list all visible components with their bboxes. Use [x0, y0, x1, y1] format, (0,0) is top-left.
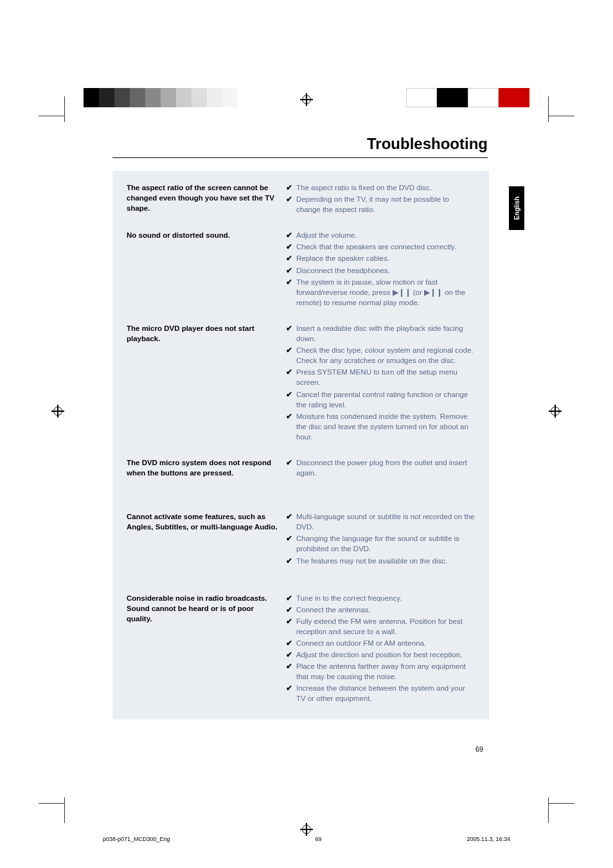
solution-text: Check the disc type, colour system and r… [296, 345, 475, 366]
color-bar-right [406, 88, 529, 107]
check-icon: ✔ [286, 650, 296, 660]
troubleshooting-row: The DVD micro system does not respond wh… [127, 457, 475, 479]
registration-mark-icon [300, 93, 313, 106]
check-icon: ✔ [286, 277, 296, 308]
solution-item: ✔Press SYSTEM MENU to turn off the setup… [286, 367, 475, 387]
solution-text: Disconnect the power plug from the outle… [296, 457, 475, 478]
solution-item: ✔Disconnect the power plug from the outl… [286, 457, 475, 478]
check-icon: ✔ [286, 367, 296, 387]
solution-text: Check that the speakers are connected co… [296, 242, 475, 252]
solution-item: ✔The system is in pause, slow motion or … [286, 277, 475, 308]
check-icon: ✔ [286, 411, 296, 442]
solution-item: ✔Tune in to the correct frequency. [286, 593, 475, 603]
solution-text: Press SYSTEM MENU to turn off the setup … [296, 367, 475, 387]
check-icon: ✔ [286, 230, 296, 240]
problem-text: No sound or distorted sound. [127, 230, 286, 309]
solutions-list: ✔The aspect ratio is fixed on the DVD di… [286, 182, 475, 216]
solution-text: Tune in to the correct frequency. [296, 593, 475, 603]
solutions-list: ✔Adjust the volume.✔Check that the speak… [286, 230, 475, 309]
solution-item: ✔Adjust the volume. [286, 230, 475, 240]
troubleshooting-row: Considerable noise in radio broadcasts. … [127, 593, 475, 705]
page-number: 69 [475, 745, 483, 753]
solution-item: ✔Changing the language for the sound or … [286, 533, 475, 554]
solution-text: Connect the antennas. [296, 605, 475, 615]
solutions-list: ✔Tune in to the correct frequency.✔Conne… [286, 593, 475, 705]
crop-mark [64, 96, 65, 122]
check-icon: ✔ [286, 661, 296, 682]
check-icon: ✔ [286, 242, 296, 252]
crop-mark [549, 803, 574, 804]
troubleshooting-row: Cannot activate some features, such as A… [127, 511, 475, 567]
footer-timestamp: 2005.11.3, 16:34 [466, 836, 510, 842]
solution-item: ✔Place the antenna farther away from any… [286, 661, 475, 682]
registration-mark-icon [51, 405, 64, 418]
solution-item: ✔Depending on the TV, it may not be poss… [286, 194, 475, 215]
problem-text: The aspect ratio of the screen cannot be… [127, 182, 286, 216]
troubleshooting-row: No sound or distorted sound.✔Adjust the … [127, 230, 475, 309]
check-icon: ✔ [286, 194, 296, 215]
check-icon: ✔ [286, 457, 296, 478]
solution-item: ✔Fully extend the FM wire antenna. Posit… [286, 616, 475, 637]
solution-item: ✔Disconnect the headphones. [286, 265, 475, 276]
crop-mark [549, 116, 574, 116]
crop-mark [39, 116, 64, 116]
solution-item: ✔Connect the antennas. [286, 605, 475, 615]
check-icon: ✔ [286, 182, 296, 193]
check-icon: ✔ [286, 616, 296, 637]
language-tab: English [509, 186, 524, 230]
solution-text: Fully extend the FM wire antenna. Positi… [296, 616, 475, 637]
check-icon: ✔ [286, 511, 296, 532]
solution-item: ✔Multi-language sound or subtitle is not… [286, 511, 475, 532]
title-rule [112, 157, 488, 158]
solution-text: Adjust the volume. [296, 230, 475, 240]
color-bar-left [84, 88, 238, 107]
solution-text: The aspect ratio is fixed on the DVD dis… [296, 182, 475, 193]
problem-text: The micro DVD player does not start play… [127, 323, 286, 443]
solution-item: ✔Replace the speaker cables. [286, 253, 475, 263]
solution-item: ✔Adjust the direction and position for b… [286, 650, 475, 660]
check-icon: ✔ [286, 265, 296, 276]
solution-item: ✔Check the disc type, colour system and … [286, 345, 475, 366]
solution-text: Depending on the TV, it may not be possi… [296, 194, 475, 215]
footer-file: p038-p071_MCD300_Eng [103, 836, 170, 842]
solution-text: Replace the speaker cables. [296, 253, 475, 263]
problem-text: The DVD micro system does not respond wh… [127, 457, 286, 479]
solution-text: Place the antenna farther away from any … [296, 661, 475, 682]
solution-text: The system is in pause, slow motion or f… [296, 277, 475, 308]
troubleshooting-row: The aspect ratio of the screen cannot be… [127, 182, 475, 216]
solution-item: ✔The aspect ratio is fixed on the DVD di… [286, 182, 475, 193]
solution-item: ✔The features may not be available on th… [286, 556, 475, 566]
solutions-list: ✔Disconnect the power plug from the outl… [286, 457, 475, 479]
problem-text: Cannot activate some features, such as A… [127, 511, 286, 567]
solution-item: ✔Insert a readable disc with the playbac… [286, 323, 475, 344]
check-icon: ✔ [286, 605, 296, 615]
solution-text: Moisture has condensed inside the system… [296, 411, 475, 442]
solution-text: Multi-language sound or subtitle is not … [296, 511, 475, 532]
solution-text: Insert a readable disc with the playback… [296, 323, 475, 344]
check-icon: ✔ [286, 345, 296, 366]
solution-text: Changing the language for the sound or s… [296, 533, 475, 554]
check-icon: ✔ [286, 323, 296, 344]
solution-text: The features may not be available on the… [296, 556, 475, 566]
problem-text: Considerable noise in radio broadcasts. … [127, 593, 286, 705]
check-icon: ✔ [286, 556, 296, 566]
troubleshooting-table: The aspect ratio of the screen cannot be… [112, 171, 489, 720]
solution-text: Disconnect the headphones. [296, 265, 475, 276]
page-title: Troubleshooting [367, 135, 488, 153]
crop-mark [548, 797, 549, 823]
solution-item: ✔Check that the speakers are connected c… [286, 242, 475, 252]
registration-mark-icon [300, 823, 313, 836]
solutions-list: ✔Multi-language sound or subtitle is not… [286, 511, 475, 567]
check-icon: ✔ [286, 593, 296, 603]
solution-text: Increase the distance between the system… [296, 683, 475, 704]
footer-page: 69 [315, 836, 322, 842]
crop-mark [39, 803, 64, 804]
check-icon: ✔ [286, 683, 296, 704]
registration-mark-icon [549, 405, 562, 418]
crop-mark [548, 96, 549, 122]
check-icon: ✔ [286, 638, 296, 648]
solution-item: ✔Cancel the parental control rating func… [286, 389, 475, 410]
solution-text: Cancel the parental control rating funct… [296, 389, 475, 410]
solution-item: ✔Connect an outdoor FM or AM antenna. [286, 638, 475, 648]
solution-item: ✔Moisture has condensed inside the syste… [286, 411, 475, 442]
